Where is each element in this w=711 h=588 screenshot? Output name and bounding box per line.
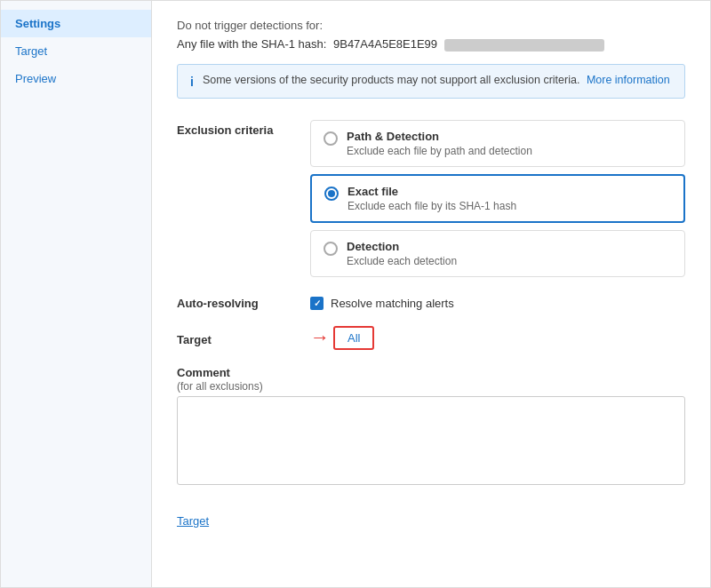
sidebar: Settings Target Preview bbox=[1, 1, 152, 587]
hash-blur bbox=[444, 39, 604, 52]
hash-row: Any file with the SHA-1 hash: 9B47A4A5E8… bbox=[177, 37, 685, 52]
target-label: Target bbox=[177, 330, 310, 346]
sidebar-item-settings[interactable]: Settings bbox=[1, 10, 151, 37]
option-exact-file[interactable]: Exact file Exclude each file by its SHA-… bbox=[310, 174, 685, 223]
comment-section: Comment (for all exclusions) bbox=[177, 366, 685, 488]
auto-resolving-checkbox[interactable] bbox=[310, 297, 324, 310]
sidebar-item-preview[interactable]: Preview bbox=[1, 65, 151, 92]
comment-label: Comment bbox=[177, 366, 230, 379]
red-arrow-icon: → bbox=[310, 326, 330, 349]
target-row: Target → All bbox=[177, 326, 685, 350]
exclusion-criteria-row: Exclusion criteria Path & Detection Excl… bbox=[177, 120, 685, 277]
auto-resolving-checkbox-row[interactable]: Resolve matching alerts bbox=[310, 293, 454, 310]
exclusion-criteria-options: Path & Detection Exclude each file by pa… bbox=[310, 120, 685, 277]
radio-path-detection bbox=[324, 131, 338, 146]
hash-value: 9B47A4A5E8E1E99 bbox=[333, 37, 437, 51]
auto-resolving-row: Auto-resolving Resolve matching alerts bbox=[177, 293, 685, 310]
info-icon: i bbox=[190, 75, 194, 89]
option-detection[interactable]: Detection Exclude each detection bbox=[310, 230, 685, 277]
option-path-detection[interactable]: Path & Detection Exclude each file by pa… bbox=[310, 120, 685, 167]
auto-resolving-label: Auto-resolving bbox=[177, 293, 310, 310]
radio-exact-file bbox=[324, 187, 339, 201]
info-banner: i Some versions of the security products… bbox=[177, 64, 685, 99]
footer-target-link[interactable]: Target bbox=[177, 514, 209, 528]
do-not-trigger-label: Do not trigger detections for: bbox=[177, 19, 685, 32]
sidebar-item-target[interactable]: Target bbox=[1, 37, 151, 65]
radio-detection bbox=[324, 242, 338, 256]
comment-sublabel: (for all exclusions) bbox=[177, 380, 263, 393]
exclusion-criteria-label: Exclusion criteria bbox=[177, 120, 310, 137]
more-information-link[interactable]: More information bbox=[587, 74, 670, 86]
comment-textarea[interactable] bbox=[177, 396, 685, 485]
target-all-button[interactable]: All bbox=[333, 326, 374, 350]
main-content: Do not trigger detections for: Any file … bbox=[152, 1, 710, 587]
